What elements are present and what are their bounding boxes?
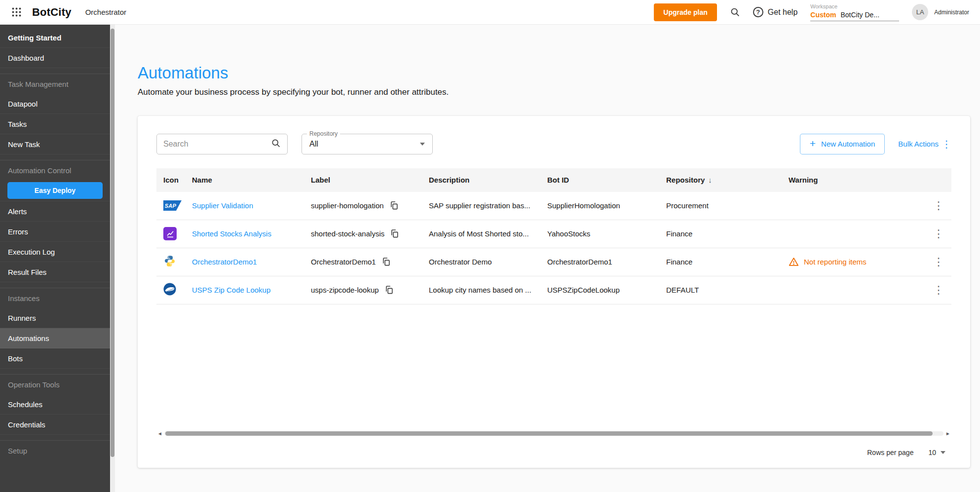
- row-actions-cell: ⋮: [926, 228, 951, 239]
- col-header-label[interactable]: Label: [311, 176, 429, 184]
- search-field: [156, 134, 288, 154]
- sidebar-scrollbar[interactable]: [110, 25, 115, 492]
- row-name-cell: Shorted Stocks Analysis: [192, 229, 311, 238]
- row-name-cell: OrchestratorDemo1: [192, 258, 311, 266]
- chevron-down-icon: [420, 143, 425, 146]
- sidebar-item-alerts[interactable]: Alerts: [0, 201, 110, 222]
- row-actions-button[interactable]: ⋮: [933, 228, 944, 239]
- copy-icon[interactable]: [381, 257, 391, 266]
- row-bot-id-cell: SupplierHomologation: [547, 201, 666, 210]
- sidebar-scrollbar-thumb[interactable]: [111, 29, 114, 457]
- sidebar-item-dashboard[interactable]: Dashboard: [0, 48, 110, 68]
- chevron-down-icon: [941, 451, 945, 454]
- row-label-cell: OrchestratorDemo1: [311, 257, 429, 266]
- page-title: Automations: [138, 63, 970, 83]
- apps-grid-icon[interactable]: [12, 7, 21, 17]
- search-input[interactable]: [163, 140, 271, 149]
- automation-link[interactable]: Supplier Validation: [192, 201, 253, 210]
- get-help-button[interactable]: ? Get help: [753, 7, 797, 17]
- easy-deploy-wrapper: Easy Deploy: [0, 180, 110, 201]
- sidebar-section-instances: Instances: [0, 288, 110, 308]
- row-icon-cell: [156, 227, 192, 240]
- new-automation-button[interactable]: + New Automation: [800, 134, 885, 154]
- bulk-actions-label: Bulk Actions: [898, 140, 939, 148]
- sidebar-item-bots[interactable]: Bots: [0, 348, 110, 369]
- row-icon-cell: SAP: [156, 200, 192, 211]
- col-header-description[interactable]: Description: [429, 176, 547, 184]
- botcity-logo: BotCity: [32, 6, 72, 19]
- repository-select[interactable]: Repository All: [302, 134, 433, 154]
- more-vert-icon: ⋮: [942, 139, 951, 149]
- horizontal-scrollbar: ◄ ►: [156, 430, 951, 437]
- new-automation-label: New Automation: [821, 140, 875, 148]
- row-icon-cell: [156, 283, 192, 297]
- repository-select-label: Repository: [307, 130, 340, 137]
- bulk-actions-button[interactable]: Bulk Actions ⋮: [898, 139, 951, 149]
- user-role: Administrator: [934, 9, 969, 16]
- automation-label: shorted-stock-analysis: [311, 229, 384, 238]
- workspace-value: Custom BotCity De...: [810, 11, 899, 19]
- row-repository-cell: Procurement: [666, 201, 789, 210]
- sidebar-item-execution-log[interactable]: Execution Log: [0, 242, 110, 262]
- automation-link[interactable]: USPS Zip Code Lookup: [192, 286, 270, 294]
- sidebar-item-datapool[interactable]: Datapool: [0, 94, 110, 114]
- horizontal-scrollbar-track[interactable]: [164, 431, 943, 436]
- sidebar-item-new-task[interactable]: New Task: [0, 134, 110, 154]
- row-actions-button[interactable]: ⋮: [933, 200, 944, 211]
- sidebar-item-tasks[interactable]: Tasks: [0, 114, 110, 134]
- rows-per-page-value: 10: [928, 449, 936, 456]
- automation-link[interactable]: OrchestratorDemo1: [192, 258, 257, 266]
- automations-table: Icon Name Label Description Bot ID Repos…: [156, 168, 951, 304]
- sidebar-item-errors[interactable]: Errors: [0, 222, 110, 242]
- row-description-cell: Analysis of Most Shorted sto...: [429, 229, 547, 238]
- avatar[interactable]: LA: [912, 4, 928, 20]
- row-bot-id-cell: YahooStocks: [547, 229, 666, 238]
- row-repository-cell: Finance: [666, 258, 789, 266]
- upgrade-plan-button[interactable]: Upgrade plan: [654, 3, 716, 21]
- sidebar-item-credentials[interactable]: Credentials: [0, 415, 110, 435]
- stocks-chart-icon: [163, 227, 177, 240]
- sort-desc-icon[interactable]: ↓: [708, 176, 712, 184]
- horizontal-scrollbar-thumb[interactable]: [165, 431, 933, 436]
- row-actions-button[interactable]: ⋮: [933, 285, 944, 296]
- easy-deploy-button[interactable]: Easy Deploy: [7, 182, 103, 199]
- row-actions-button[interactable]: ⋮: [933, 257, 944, 267]
- sidebar-item-schedules[interactable]: Schedules: [0, 394, 110, 415]
- topbar: BotCity Orchestrator Upgrade plan ? Get …: [0, 0, 980, 25]
- sidebar-item-automations[interactable]: Automations: [0, 328, 110, 348]
- col-header-icon: Icon: [156, 176, 192, 184]
- col-header-warning[interactable]: Warning: [789, 176, 926, 184]
- page-subtitle: Automate your business process by specif…: [138, 87, 970, 97]
- automation-link[interactable]: Shorted Stocks Analysis: [192, 229, 271, 238]
- sidebar: Getting Started Dashboard Task Managemen…: [0, 25, 110, 492]
- col-header-name[interactable]: Name: [192, 176, 311, 184]
- copy-icon[interactable]: [390, 229, 399, 238]
- sidebar-item-getting-started[interactable]: Getting Started: [0, 28, 110, 48]
- sidebar-item-runners[interactable]: Runners: [0, 308, 110, 328]
- rows-per-page-select[interactable]: 10: [928, 449, 945, 456]
- main-content: Automations Automate your business proce…: [115, 25, 980, 492]
- col-header-bot-id[interactable]: Bot ID: [547, 176, 666, 184]
- app-name: Orchestrator: [85, 8, 126, 16]
- python-icon: [163, 255, 176, 267]
- automation-label: supplier-homologation: [311, 201, 384, 210]
- col-header-repository[interactable]: Repository ↓: [666, 176, 789, 184]
- row-warning-cell: Not reporting items: [789, 257, 926, 267]
- search-icon[interactable]: [730, 7, 740, 17]
- sidebar-item-result-files[interactable]: Result Files: [0, 262, 110, 282]
- workspace-selector[interactable]: Workspace Custom BotCity De...: [810, 3, 899, 21]
- copy-icon[interactable]: [384, 285, 394, 295]
- scroll-right-arrow[interactable]: ►: [944, 431, 951, 436]
- help-icon: ?: [753, 7, 763, 17]
- col-header-repository-label: Repository: [666, 176, 705, 184]
- row-label-cell: shorted-stock-analysis: [311, 229, 429, 238]
- workspace-plan: Custom: [810, 11, 836, 19]
- scroll-left-arrow[interactable]: ◄: [156, 431, 163, 436]
- search-field-icon[interactable]: [271, 138, 281, 150]
- row-icon-cell: [156, 255, 192, 269]
- warning-triangle-icon: [789, 257, 799, 267]
- table-empty-area: [156, 304, 951, 430]
- row-actions-cell: ⋮: [926, 285, 951, 296]
- warning-text: Not reporting items: [804, 258, 867, 266]
- copy-icon[interactable]: [389, 201, 399, 210]
